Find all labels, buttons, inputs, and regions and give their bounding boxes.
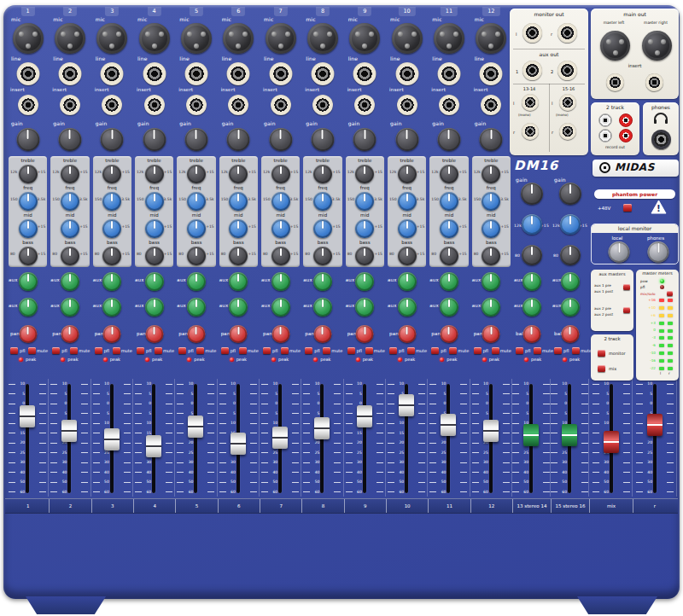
pan-knob[interactable] (230, 325, 248, 343)
pan-knob[interactable] (145, 325, 163, 343)
channel-fader[interactable] (104, 428, 120, 450)
pfl-switch[interactable] (137, 347, 144, 354)
mute-switch[interactable] (534, 347, 541, 354)
bass-knob[interactable] (187, 247, 206, 265)
aux1-knob[interactable] (561, 272, 580, 291)
gain-knob[interactable] (559, 183, 581, 205)
freq-knob[interactable] (271, 192, 290, 211)
gain-knob[interactable] (521, 183, 543, 205)
aux1-knob[interactable] (19, 272, 38, 291)
pfl-switch[interactable] (431, 347, 439, 354)
mute-switch[interactable] (239, 347, 247, 354)
aux1-knob[interactable] (355, 272, 374, 291)
channel-fader[interactable] (357, 405, 372, 427)
treble-knob[interactable] (355, 165, 374, 183)
aux1-knob[interactable] (522, 272, 541, 291)
pfl-switch[interactable] (263, 347, 271, 354)
aux1-knob[interactable] (229, 272, 248, 291)
aux1-knob[interactable] (145, 272, 164, 291)
pan-knob[interactable] (271, 325, 289, 343)
gain-knob[interactable] (143, 128, 166, 151)
pan-knob[interactable] (103, 325, 121, 343)
mid-knob[interactable] (145, 219, 164, 238)
mid-knob[interactable] (61, 219, 79, 238)
balance-knob[interactable] (561, 325, 579, 343)
mute-switch[interactable] (70, 347, 78, 354)
bass-knob[interactable] (145, 247, 164, 265)
mute-switch[interactable] (155, 347, 162, 354)
mid-knob[interactable] (19, 219, 38, 238)
aux2-knob[interactable] (102, 298, 121, 317)
pfl-switch[interactable] (95, 347, 102, 354)
pan-knob[interactable] (482, 325, 500, 343)
bass-knob[interactable] (482, 247, 500, 265)
gain-knob[interactable] (227, 128, 250, 151)
freq-knob[interactable] (229, 192, 248, 211)
gain-knob[interactable] (353, 128, 377, 151)
treble-knob[interactable] (482, 165, 500, 183)
pfl-switch[interactable] (554, 347, 562, 354)
channel-fader[interactable] (61, 420, 77, 442)
aux2-knob[interactable] (561, 298, 580, 317)
aux1-knob[interactable] (61, 272, 79, 291)
aux2-knob[interactable] (145, 298, 164, 317)
bass-knob[interactable] (522, 245, 542, 265)
mute-switch[interactable] (196, 347, 204, 354)
aux2-knob[interactable] (313, 298, 332, 317)
aux1-knob[interactable] (313, 272, 332, 291)
mix-fader[interactable] (604, 431, 619, 453)
pfl-switch[interactable] (516, 347, 523, 354)
gain-knob[interactable] (101, 128, 124, 151)
treble-knob[interactable] (560, 214, 581, 235)
mid-knob[interactable] (482, 219, 500, 238)
channel-fader[interactable] (314, 417, 330, 439)
treble-knob[interactable] (398, 165, 417, 183)
gain-knob[interactable] (395, 128, 418, 151)
bass-knob[interactable] (355, 247, 374, 265)
freq-knob[interactable] (145, 192, 164, 211)
aux2-knob[interactable] (522, 298, 541, 317)
2-track-mix-switch[interactable] (598, 365, 605, 372)
pfl-switch[interactable] (305, 347, 312, 354)
mix-fader[interactable] (647, 414, 663, 436)
mid-knob[interactable] (187, 219, 206, 238)
bass-knob[interactable] (61, 247, 79, 265)
bass-knob[interactable] (440, 247, 458, 265)
bass-knob[interactable] (398, 247, 417, 265)
channel-fader[interactable] (231, 433, 246, 455)
mid-knob[interactable] (440, 219, 458, 238)
mute-switch[interactable] (365, 347, 373, 354)
mix-solo-switch[interactable] (667, 291, 673, 296)
mute-switch[interactable] (407, 347, 415, 354)
aux2-knob[interactable] (229, 298, 248, 317)
aux2-knob[interactable] (19, 298, 38, 317)
bass-knob[interactable] (19, 247, 38, 265)
mute-switch[interactable] (281, 347, 289, 354)
mid-knob[interactable] (229, 219, 248, 238)
bass-knob[interactable] (560, 245, 581, 265)
phantom-power-switch[interactable] (623, 204, 632, 212)
treble-knob[interactable] (19, 165, 38, 183)
pan-knob[interactable] (440, 325, 458, 343)
aux2-knob[interactable] (440, 298, 458, 317)
stereo-fader[interactable] (562, 424, 577, 446)
2-track-monitor-switch[interactable] (598, 350, 605, 357)
aux2-knob[interactable] (187, 298, 206, 317)
mute-switch[interactable] (323, 347, 330, 354)
bass-knob[interactable] (313, 247, 332, 265)
treble-knob[interactable] (229, 165, 248, 183)
pan-knob[interactable] (398, 325, 416, 343)
mute-switch[interactable] (572, 347, 580, 354)
aux1-knob[interactable] (271, 272, 290, 291)
bass-knob[interactable] (229, 247, 248, 265)
freq-knob[interactable] (102, 192, 121, 211)
aux1-knob[interactable] (440, 272, 458, 291)
channel-fader[interactable] (483, 420, 499, 442)
mid-knob[interactable] (313, 219, 332, 238)
treble-knob[interactable] (271, 165, 290, 183)
gain-knob[interactable] (311, 128, 334, 151)
stereo-fader[interactable] (523, 424, 539, 446)
channel-fader[interactable] (441, 414, 456, 436)
freq-knob[interactable] (398, 192, 417, 211)
freq-knob[interactable] (61, 192, 79, 211)
